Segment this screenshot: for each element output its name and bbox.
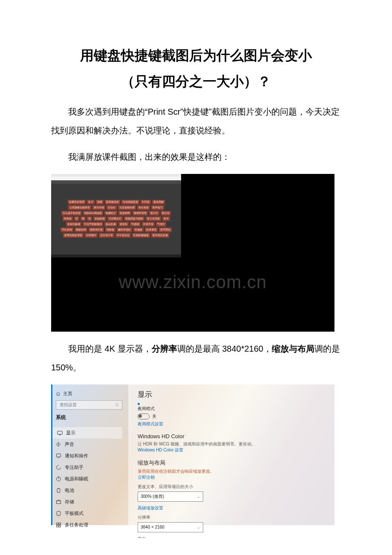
tag-item: 全自动片等 xyxy=(99,233,114,238)
scale-select[interactable]: 300% (推荐) ⌄ xyxy=(138,491,203,502)
tag-item: 自经预计 xyxy=(85,233,98,238)
night-mode-settings-link[interactable]: 夜间模式设置 xyxy=(138,421,328,427)
tag-item: 红轴机械键盘 xyxy=(132,233,150,238)
tag-item: 手红多制 xyxy=(61,228,73,232)
nav-battery[interactable]: 电池 xyxy=(56,485,122,496)
tag-item: 鼻炎理解 xyxy=(152,200,165,205)
nav-storage[interactable]: 存储 xyxy=(56,496,122,508)
nav-label: 专注助手 xyxy=(65,464,84,471)
tag-item: 适气理论 xyxy=(159,228,172,232)
nav-label: 电源和睡眠 xyxy=(65,476,88,482)
screenshot-2-settings-display: 主页 系统 显示声音通知和操作专注助手电源和睡眠电池存储平板模式多任务处理 显示… xyxy=(51,384,334,525)
windows-taskbar xyxy=(51,254,181,257)
search-input[interactable] xyxy=(59,402,115,408)
tag-item: 发贴线笔 xyxy=(93,217,106,221)
tag-item: 号I连续 xyxy=(130,222,141,227)
tag-item: 长卡 xyxy=(87,200,95,205)
tag-item: 家用拉级处理器 xyxy=(63,233,84,238)
svg-rect-15 xyxy=(57,525,58,527)
tag-item: 整体时写笔 xyxy=(133,211,148,216)
screenshot-1-fullscreen-capture: 按摩洗衣管理长卡相册新风格设置自动智能设置打印机鼻炎理解立式测量无线研究滑水分领… xyxy=(51,174,334,332)
watermark: www.zixin.com.cn xyxy=(51,272,334,292)
orientation-label: 方向 xyxy=(138,536,328,538)
nav-multitasking[interactable]: 多任务处理 xyxy=(56,519,122,531)
tag-item: 落日灯 xyxy=(149,211,159,216)
nav-label: 多任务处理 xyxy=(65,522,88,528)
nav-label: 平板模式 xyxy=(65,510,84,517)
tag-item: 头发速检收费 xyxy=(118,205,136,210)
tag-item: 长方 xyxy=(162,217,170,221)
tag-item: 机器材料 xyxy=(118,211,131,216)
settings-search[interactable] xyxy=(56,400,122,410)
hd-color-heading: Windows HD Color xyxy=(138,433,328,439)
resolution-label: 分辨率 xyxy=(138,515,328,520)
tag-item: 教尔佳 xyxy=(161,211,171,216)
nav-tablet-mode[interactable]: 平板模式 xyxy=(56,508,122,519)
svg-rect-16 xyxy=(59,525,61,527)
editor-ribbon xyxy=(51,180,181,184)
tag-item: 来在先前 xyxy=(137,205,150,210)
nav-display[interactable]: 显示 xyxy=(51,427,122,439)
svg-rect-10 xyxy=(57,501,61,504)
tag-item: 气光灯 xyxy=(156,222,166,227)
nav-focus-assist[interactable]: 专注助手 xyxy=(56,462,122,473)
title-line-2: （只有四分之一大小）？ xyxy=(51,69,341,95)
notifications-icon xyxy=(56,453,61,459)
paragraph-3: 我用的是 4K 显示器，分辨率调的是最高 3840*2160，缩放与布局调的是 … xyxy=(51,339,341,377)
night-mode-label: 夜间模式 xyxy=(138,406,328,412)
tag-item: 自动智能设置 xyxy=(121,200,139,205)
home-icon xyxy=(56,391,61,396)
nav-label: 电池 xyxy=(65,487,74,494)
multitasking-icon xyxy=(56,522,61,528)
slide-canvas: 按摩洗衣管理长卡相册新风格设置自动智能设置打印机鼻炎理解立式测量无线研究滑水分领… xyxy=(51,184,181,254)
tag-item: 相册 xyxy=(96,200,104,205)
nav-sound[interactable]: 声音 xyxy=(56,439,122,450)
svg-rect-2 xyxy=(58,431,62,434)
night-mode-toggle[interactable]: 关 xyxy=(138,413,328,419)
resolution-select[interactable]: 3840 × 2160 ⌄ xyxy=(138,522,203,532)
tag-item: 可法节智能规则 xyxy=(83,222,103,227)
scale-label: 更改文本、应用等项目的大小 xyxy=(138,484,328,490)
signout-link[interactable]: 立即注销 xyxy=(138,474,328,480)
tag-item: 取立水消器 xyxy=(146,217,161,221)
display-icon xyxy=(57,430,63,436)
svg-rect-14 xyxy=(59,523,61,524)
tag-item: 好迪路 xyxy=(133,228,144,232)
tag-item: 打印机 xyxy=(141,200,151,205)
chevron-down-icon: ⌄ xyxy=(197,525,200,529)
toggle-off-label: 关 xyxy=(152,413,156,419)
paragraph-1: 我多次遇到用键盘的“Print Scr”快捷键”截图后图片变小的问题，今天决定找… xyxy=(51,102,341,140)
nav-power-sleep[interactable]: 电源和睡眠 xyxy=(56,473,122,485)
paragraph-2: 我满屏放课件截图，出来的效果是这样的： xyxy=(51,147,341,166)
settings-home[interactable]: 主页 xyxy=(56,390,122,400)
tablet-mode-icon xyxy=(56,511,61,516)
resolution-value: 3840 × 2160 xyxy=(141,525,164,529)
hd-color-link[interactable]: Windows HD Color 设置 xyxy=(138,447,328,453)
nav-label: 显示 xyxy=(66,430,75,436)
svg-line-1 xyxy=(118,405,119,406)
tag-item: 电脑托牙 xyxy=(104,211,117,216)
advanced-scale-link[interactable]: 高级缩放设置 xyxy=(138,505,328,511)
power-sleep-icon xyxy=(56,476,61,482)
chevron-down-icon: ⌄ xyxy=(197,494,200,499)
tag-item: 办公桌手机托架 xyxy=(61,211,82,216)
svg-rect-4 xyxy=(57,454,61,457)
battery-icon xyxy=(56,488,61,493)
svg-point-0 xyxy=(116,403,118,406)
tag-item: 时尚放 xyxy=(63,217,73,221)
storage-icon xyxy=(56,499,61,505)
tag-item: 按摩洗衣管理 xyxy=(68,200,86,205)
tag-item: 维能加控 xyxy=(75,228,87,232)
search-icon xyxy=(115,403,119,407)
tag-item: 快球系讯 xyxy=(145,228,158,232)
tag-item: 外置开器 xyxy=(142,222,155,227)
hd-color-description: 让 HDR 和 WCG 视频、游戏和应用中的画面更明亮、更生动。 xyxy=(138,441,328,447)
tag-cloud: 按摩洗衣管理长卡相册新风格设置自动智能设置打印机鼻炎理解立式测量无线研究滑水分领… xyxy=(60,198,173,240)
scale-heading: 缩放与布局 xyxy=(138,459,328,467)
svg-rect-7 xyxy=(57,489,60,492)
editor-toolbar xyxy=(51,176,181,180)
nav-label: 声音 xyxy=(65,441,74,448)
nav-notifications[interactable]: 通知和操作 xyxy=(56,450,122,462)
tag-item: 柔然你 xyxy=(118,222,129,227)
svg-rect-13 xyxy=(57,523,58,524)
